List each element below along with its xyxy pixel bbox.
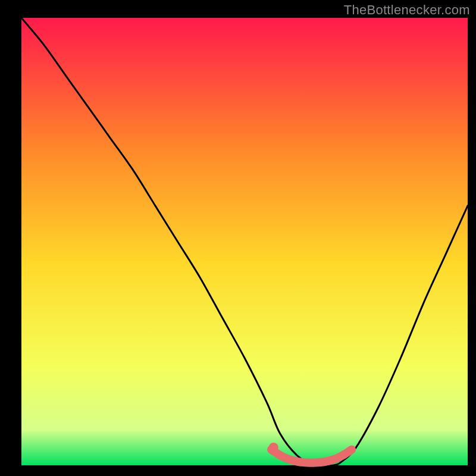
attribution-text: TheBottlenecker.com bbox=[344, 2, 470, 18]
highlight-dot bbox=[269, 443, 278, 452]
plot-area bbox=[21, 18, 468, 465]
chart-container: TheBottlenecker.com bbox=[0, 0, 476, 476]
bottleneck-chart bbox=[0, 0, 476, 476]
